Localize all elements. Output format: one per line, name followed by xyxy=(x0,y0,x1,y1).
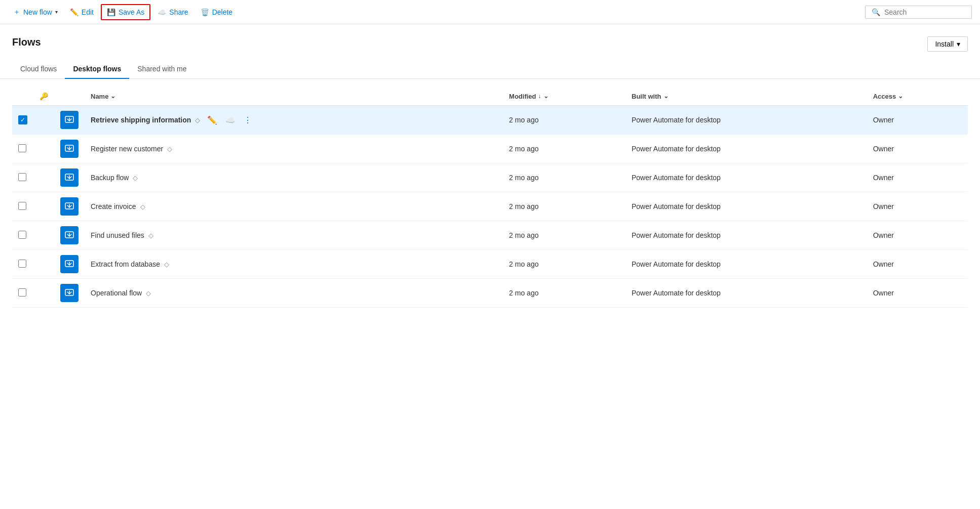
new-flow-label: New flow xyxy=(23,8,52,16)
key-icon: 🔑 xyxy=(40,92,48,100)
row-modified-value: 2 mo ago xyxy=(509,145,538,153)
built-with-sort-icon: ⌄ xyxy=(663,93,669,100)
save-as-button[interactable]: 💾 Save As xyxy=(101,4,150,20)
row-modified-cell: 2 mo ago xyxy=(503,221,625,250)
premium-icon: ◇ xyxy=(133,174,138,182)
row-checkbox-cell[interactable] xyxy=(12,135,33,163)
row-share-button[interactable]: ☁️ xyxy=(223,113,238,127)
row-icon-cell xyxy=(54,163,85,192)
search-input[interactable] xyxy=(884,8,965,16)
col-name-label: Name xyxy=(91,93,108,100)
premium-icon: ◇ xyxy=(167,145,172,153)
tab-cloud-label: Cloud flows xyxy=(20,65,57,73)
tab-desktop-label: Desktop flows xyxy=(73,65,121,73)
table-row[interactable]: Backup flow ◇ 2 mo agoPower Automate for… xyxy=(12,163,968,192)
flow-name-label: Find unused files xyxy=(91,231,144,239)
row-checkbox[interactable] xyxy=(18,288,26,296)
col-header-access[interactable]: Access ⌄ xyxy=(867,87,968,106)
row-built-with-cell: Power Automate for desktop xyxy=(625,279,867,308)
row-checkbox-cell[interactable] xyxy=(12,279,33,308)
share-button[interactable]: ☁️ Share xyxy=(152,5,193,19)
search-icon: 🔍 xyxy=(872,8,880,16)
row-checkbox[interactable] xyxy=(18,231,26,239)
col-header-modified[interactable]: Modified ↓ ⌄ xyxy=(503,87,625,106)
chevron-down-icon: ▾ xyxy=(957,40,960,48)
row-built-with-cell: Power Automate for desktop xyxy=(625,192,867,221)
share-icon: ☁️ xyxy=(158,8,166,16)
row-modified-value: 2 mo ago xyxy=(509,116,538,124)
row-name-cell: Extract from database ◇ xyxy=(85,250,503,279)
flows-table: 🔑 Name ⌄ Modified ↓ ⌄ xyxy=(12,87,968,308)
row-access-value: Owner xyxy=(873,260,894,268)
flow-name-container: Register new customer ◇ xyxy=(91,145,497,153)
row-access-cell: Owner xyxy=(867,279,968,308)
row-key-cell xyxy=(33,135,54,163)
row-icon-cell xyxy=(54,106,85,135)
row-icon-cell xyxy=(54,192,85,221)
table-row[interactable]: Operational flow ◇ 2 mo agoPower Automat… xyxy=(12,279,968,308)
new-flow-button[interactable]: ＋ New flow ▾ xyxy=(8,5,63,20)
row-built-with-value: Power Automate for desktop xyxy=(632,145,721,153)
row-checkbox-cell[interactable] xyxy=(12,221,33,250)
row-built-with-cell: Power Automate for desktop xyxy=(625,135,867,163)
row-name-cell: Register new customer ◇ xyxy=(85,135,503,163)
row-access-value: Owner xyxy=(873,145,894,153)
row-more-button[interactable]: ⋮ xyxy=(242,113,254,127)
row-checkbox[interactable] xyxy=(18,202,26,210)
tab-shared-with-me[interactable]: Shared with me xyxy=(129,60,194,79)
row-key-cell xyxy=(33,279,54,308)
flow-icon xyxy=(60,168,79,187)
row-checkbox[interactable] xyxy=(18,173,26,181)
table-row[interactable]: Extract from database ◇ 2 mo agoPower Au… xyxy=(12,250,968,279)
tab-shared-label: Shared with me xyxy=(137,65,186,73)
table-row[interactable]: ✓ Retrieve shipping information ◇ ✏️ ☁️ … xyxy=(12,106,968,135)
row-checkbox-cell[interactable] xyxy=(12,192,33,221)
edit-button[interactable]: ✏️ Edit xyxy=(65,5,99,19)
row-built-with-cell: Power Automate for desktop xyxy=(625,221,867,250)
row-modified-cell: 2 mo ago xyxy=(503,192,625,221)
tab-cloud-flows[interactable]: Cloud flows xyxy=(12,60,65,79)
row-built-with-value: Power Automate for desktop xyxy=(632,231,721,239)
row-access-cell: Owner xyxy=(867,106,968,135)
row-access-value: Owner xyxy=(873,174,894,182)
col-header-checkbox xyxy=(12,87,33,106)
row-modified-value: 2 mo ago xyxy=(509,260,538,268)
flow-name-container: Operational flow ◇ xyxy=(91,289,497,297)
save-as-label: Save As xyxy=(119,8,144,16)
col-modified-label: Modified xyxy=(509,93,536,100)
access-sort-icon: ⌄ xyxy=(898,93,903,100)
flow-icon xyxy=(60,140,79,158)
row-checkbox[interactable] xyxy=(18,260,26,268)
delete-button[interactable]: 🗑️ Delete xyxy=(195,5,238,19)
table-header-row: 🔑 Name ⌄ Modified ↓ ⌄ xyxy=(12,87,968,106)
premium-icon: ◇ xyxy=(140,203,145,210)
checkbox-checked[interactable]: ✓ xyxy=(18,115,27,124)
share-label: Share xyxy=(169,8,188,16)
edit-label: Edit xyxy=(82,8,94,16)
install-button[interactable]: Install ▾ xyxy=(927,36,968,52)
col-header-name[interactable]: Name ⌄ xyxy=(85,87,503,106)
table-row[interactable]: Register new customer ◇ 2 mo agoPower Au… xyxy=(12,135,968,163)
tab-desktop-flows[interactable]: Desktop flows xyxy=(65,60,129,79)
row-built-with-cell: Power Automate for desktop xyxy=(625,106,867,135)
flow-name-container: Retrieve shipping information ◇ ✏️ ☁️ ⋮ xyxy=(91,113,497,127)
row-checkbox-cell[interactable]: ✓ xyxy=(12,106,33,135)
row-access-cell: Owner xyxy=(867,163,968,192)
row-edit-button[interactable]: ✏️ xyxy=(205,113,219,127)
row-actions: ✏️ ☁️ ⋮ xyxy=(205,113,254,127)
row-access-cell: Owner xyxy=(867,221,968,250)
row-checkbox-cell[interactable] xyxy=(12,163,33,192)
row-icon-cell xyxy=(54,250,85,279)
row-checkbox[interactable] xyxy=(18,144,26,152)
row-checkbox-cell[interactable] xyxy=(12,250,33,279)
table-row[interactable]: Create invoice ◇ 2 mo agoPower Automate … xyxy=(12,192,968,221)
name-sort-icon: ⌄ xyxy=(110,93,115,100)
edit-icon: ✏️ xyxy=(70,8,79,16)
table-container: 🔑 Name ⌄ Modified ↓ ⌄ xyxy=(0,87,980,308)
delete-icon: 🗑️ xyxy=(201,8,209,16)
flow-name-text: Find unused files ◇ xyxy=(91,231,153,239)
page-title: Flows xyxy=(12,36,41,48)
table-row[interactable]: Find unused files ◇ 2 mo agoPower Automa… xyxy=(12,221,968,250)
save-as-icon: 💾 xyxy=(107,8,115,16)
col-header-built-with[interactable]: Built with ⌄ xyxy=(625,87,867,106)
